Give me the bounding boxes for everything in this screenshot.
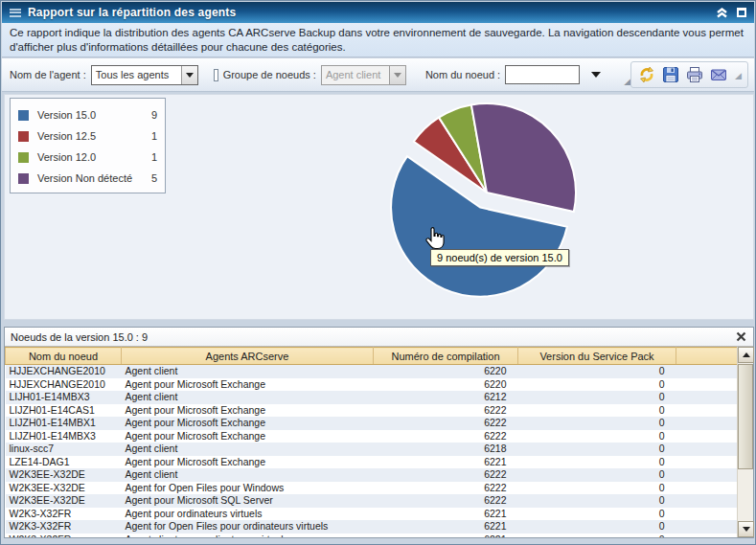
- cell-agent: Agent client pour ordinateurs virtuels: [122, 534, 374, 538]
- legend-label: Version 15.0: [37, 109, 148, 121]
- close-icon[interactable]: [734, 330, 747, 344]
- cell-agent: Agent pour Microsoft SQL Server: [122, 494, 374, 508]
- cell-service-pack: 0: [518, 456, 676, 469]
- cell-node-name: LIJZH01-E14MBX3: [6, 430, 122, 443]
- chevron-down-icon[interactable]: [389, 66, 405, 84]
- report-icon: [10, 8, 21, 18]
- email-icon[interactable]: [709, 65, 728, 84]
- cell-empty: [676, 365, 738, 378]
- page-title: Rapport sur la répartition des agents: [28, 6, 236, 19]
- cell-node-name: W2K3EE-X32DE: [6, 482, 122, 495]
- legend-item: Version 15.09: [18, 104, 157, 125]
- cell-node-name: HJJEXCHANGE2010: [6, 365, 122, 378]
- node-name-input[interactable]: [505, 65, 580, 84]
- toolbar-overflow-icon[interactable]: ◢: [624, 78, 630, 91]
- table-row: linux-scc7Agent client62180: [6, 443, 738, 456]
- column-header-agents[interactable]: Agents ARCserve: [122, 348, 374, 365]
- cell-build-number: 6218: [374, 443, 518, 456]
- node-group-checkbox[interactable]: [214, 69, 218, 81]
- cell-empty: [676, 494, 738, 508]
- legend-value: 1: [148, 130, 157, 142]
- legend-value: 5: [148, 172, 157, 184]
- scroll-up-icon[interactable]: [738, 347, 754, 363]
- cell-node-name: LIJH01-E14MBX3: [6, 391, 122, 404]
- table-row: W2K3-X32FRAgent pour ordinateurs virtuel…: [6, 508, 738, 521]
- print-icon[interactable]: [685, 65, 704, 84]
- cell-agent: Agent pour Microsoft Exchange: [122, 417, 374, 430]
- cell-service-pack: 0: [518, 494, 676, 508]
- legend-swatch: [18, 110, 29, 121]
- cell-build-number: 6222: [374, 430, 518, 443]
- chevron-down-icon[interactable]: [181, 66, 197, 84]
- table-header-row: Nom du noeud Agents ARCserve Numéro de c…: [6, 348, 738, 365]
- cell-agent: Agent pour Microsoft Exchange: [122, 404, 374, 418]
- cell-build-number: 6222: [374, 482, 518, 495]
- node-group-selected-value: Agent client: [322, 66, 389, 84]
- cell-empty: [676, 508, 738, 521]
- column-header-service-pack[interactable]: Version du Service Pack: [518, 348, 676, 365]
- cell-service-pack: 0: [518, 378, 676, 392]
- cell-service-pack: 0: [518, 508, 676, 521]
- table-row: W2K3-X32FRAgent for Open Files pour ordi…: [6, 520, 738, 534]
- table-row: LIJZH01-E14MBX1Agent pour Microsoft Exch…: [6, 417, 738, 430]
- drilldown-panel-header: Noeuds de la version 15.0 : 9: [5, 328, 753, 347]
- cell-service-pack: 0: [518, 482, 676, 495]
- cell-node-name: W2K3-X32FR: [6, 534, 122, 538]
- cell-agent: Agent pour Microsoft Exchange: [122, 456, 374, 469]
- scrollbar-thumb[interactable]: [738, 364, 753, 469]
- cell-empty: [676, 430, 738, 443]
- collapse-panel-icon[interactable]: [716, 7, 728, 18]
- restore-window-icon[interactable]: [737, 8, 746, 17]
- table-row: W2K3-X32FRAgent client pour ordinateurs …: [6, 534, 738, 538]
- table-row: LIJZH01-E14CAS1Agent pour Microsoft Exch…: [6, 404, 738, 418]
- refresh-icon[interactable]: [637, 65, 656, 84]
- legend-value: 9: [148, 109, 157, 121]
- cell-build-number: 6222: [374, 417, 518, 430]
- scroll-down-icon[interactable]: [738, 521, 754, 537]
- cell-node-name: W2K3EE-X32DE: [6, 468, 122, 482]
- cell-empty: [676, 468, 738, 482]
- filter-toolbar: Nom de l'agent : Tous les agents Groupe …: [2, 58, 754, 92]
- cell-service-pack: 0: [518, 404, 676, 418]
- cell-build-number: 6221: [374, 520, 518, 534]
- column-header-build-number[interactable]: Numéro de compilation: [374, 348, 518, 365]
- cell-build-number: 6220: [374, 378, 518, 392]
- cell-service-pack: 0: [518, 391, 676, 404]
- cell-empty: [676, 520, 738, 534]
- cell-agent: Agent client: [122, 391, 374, 404]
- cell-empty: [676, 456, 738, 469]
- column-header-node-name[interactable]: Nom du noeud: [6, 348, 122, 365]
- table-row: W2K3EE-X32DEAgent client62220: [6, 468, 738, 482]
- agent-name-select[interactable]: Tous les agents: [91, 65, 198, 85]
- node-name-label: Nom du noeud :: [425, 69, 500, 80]
- cell-agent: Agent client: [122, 443, 374, 456]
- save-icon[interactable]: [661, 65, 680, 84]
- group-grip-icon: ◢: [733, 71, 742, 84]
- report-window: Rapport sur la répartition des agents Ce…: [0, 0, 756, 545]
- cell-service-pack: 0: [518, 365, 676, 378]
- legend-item: Version Non détecté5: [18, 168, 157, 189]
- drilldown-panel-title: Noeuds de la version 15.0 : 9: [11, 331, 148, 343]
- cell-empty: [676, 417, 738, 430]
- cell-agent: Agent for Open Files pour ordinateurs vi…: [122, 520, 374, 534]
- node-group-select[interactable]: Agent client: [321, 65, 406, 85]
- vertical-scrollbar[interactable]: [737, 347, 753, 537]
- cell-agent: Agent client: [122, 365, 374, 378]
- cell-node-name: LZE14-DAG1: [6, 456, 122, 469]
- pie-slice[interactable]: [471, 103, 576, 212]
- cell-build-number: 6222: [374, 404, 518, 418]
- cell-service-pack: 0: [518, 520, 676, 534]
- cell-build-number: 6221: [374, 534, 518, 538]
- table-row: LIJZH01-E14MBX3Agent pour Microsoft Exch…: [6, 430, 738, 443]
- cell-node-name: W2K3-X32FR: [6, 520, 122, 534]
- table-row: W2K3EE-X32DEAgent pour Microsoft SQL Ser…: [6, 494, 738, 508]
- cell-agent: Agent pour Microsoft Exchange: [122, 378, 374, 392]
- cell-service-pack: 0: [518, 443, 676, 456]
- node-name-dropdown-icon[interactable]: [591, 72, 601, 78]
- table-row: W2K3EE-X32DEAgent for Open Files pour Wi…: [6, 482, 738, 495]
- node-group-label: Groupe de noeuds :: [223, 69, 316, 80]
- legend-swatch: [18, 173, 29, 184]
- cell-service-pack: 0: [518, 417, 676, 430]
- cell-empty: [676, 378, 738, 392]
- legend-value: 1: [148, 151, 157, 163]
